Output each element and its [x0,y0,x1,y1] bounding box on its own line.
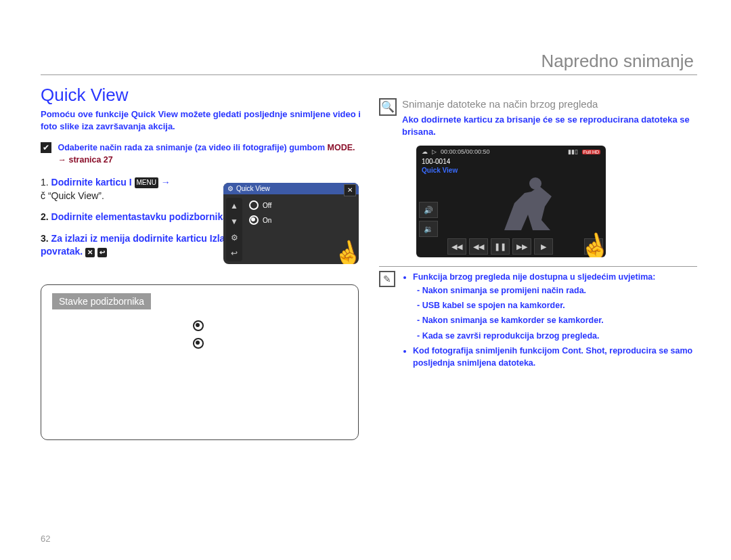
step-number: 3. [41,233,49,244]
next-button[interactable]: ▶▶ [512,238,531,255]
steps: 1. Dodirnite karticu I MENU → č “Quick V… [41,176,244,267]
mode-note-line1: Odaberite način rada za snimanje (za vid… [58,143,325,152]
note-trailing: Kod fotografija snimljenih funkcijom Con… [413,345,697,369]
header-rule [41,74,697,75]
step1-arrow: → [161,177,171,188]
touch-hand-icon: ☝ [330,236,359,264]
clip-counter: 100-0014 [416,158,606,165]
step-2: 2. Dodirnite elementastavku podizbornika… [41,211,244,224]
pause-button[interactable]: ❚❚ [491,238,510,255]
menu-keycap: MENU [135,177,158,188]
close-icon: ✕ [85,248,95,257]
step-1: 1. Dodirnite karticu I MENU → č “Quick V… [41,176,244,202]
radio-on-icon [193,320,204,331]
option-off[interactable]: Off [245,198,356,213]
preview-header: 🔍 Snimanje datoteke na način brzog pregl… [379,98,690,137]
page-number: 62 [41,534,50,544]
note-sub: Nakon snimanja se kamkorder se kamkorder… [417,314,697,326]
submenu-items-box: Stavke podizbornika [41,284,359,440]
subitem-row [52,334,347,351]
silhouette-graphic [477,166,579,234]
radio-on-icon [249,215,259,225]
submenu-illustration: ⚙ Quick View ✕ ▲ ▼ ⚙ ↩ Off On ☝ [223,183,359,264]
note-lead: Funkcija brzog pregleda nije dostupna u … [413,271,697,342]
rewind-button[interactable]: ◀◀ [447,238,466,255]
step2-text: Dodirnite elementastavku podizbornika. [51,211,231,222]
playback-illustration: ☁ ▷ 00:00:05/00:00:50 ▮▮▯ Full HD 100-00… [416,146,606,257]
submenu-titlebar: ⚙ Quick View [223,183,359,194]
option-on[interactable]: On [245,213,356,228]
touch-hand-icon: ☝ [576,230,606,257]
mode-note: ✔ Odaberite način rada za snimanje (za v… [41,142,372,166]
gear-icon: ⚙ [227,185,234,192]
playback-time: 00:00:05/00:00:50 [441,148,490,155]
preview-title: Snimanje datoteke na način brzog pregled… [402,98,690,110]
back-icon[interactable]: ↩ [231,249,238,258]
note-icon: ✎ [379,271,395,287]
submenu-title: Quick View [236,185,270,192]
manual-page: Napredno snimanje Quick View Pomoću ove … [0,0,731,560]
section-header: Napredno snimanje [541,51,694,72]
svg-point-0 [529,177,541,190]
magnifier-icon: 🔍 [379,98,397,116]
radio-on-icon [193,338,204,349]
cloud-icon: ☁ [422,148,428,155]
step3-text: Za izlazi iz menija dodirnite karticu Iz… [41,233,243,257]
note-box: ✎ Funkcija brzog pregleda nije dostupna … [379,271,697,372]
mode-label: MODE. [328,143,355,152]
back-icon: ↩ [97,248,107,257]
submenu-nav: ▲ ▼ ⚙ ↩ [226,198,242,261]
note-sub: USB kabel se spojen na kamkorder. [417,299,697,311]
step1-target: č “Quick View”. [41,190,104,201]
close-icon[interactable]: ✕ [344,184,356,196]
note-sub: Nakon snimanja se promijeni način rada. [417,284,697,297]
settings-icon[interactable]: ⚙ [231,233,238,242]
down-icon[interactable]: ▼ [230,217,238,226]
volume-up-button[interactable]: 🔊 [419,202,438,218]
step1-pre: Dodirnite karticu I [51,177,132,188]
play-button[interactable]: ▶ [534,238,553,255]
check-icon: ✔ [41,142,51,153]
battery-icon: ▮▮▯ [568,148,578,155]
page-title: Quick View [41,85,129,106]
separator [379,266,697,267]
radio-off-icon [249,200,259,210]
option-off-label: Off [263,202,271,209]
prev-button[interactable]: ◀◀ [469,238,488,255]
submenu-items-label: Stavke podizbornika [52,293,151,309]
option-on-label: On [263,217,271,224]
preview-desc: Ako dodirnete karticu za brisanje će se … [402,114,690,137]
page-ref: → stranica 27 [58,155,112,165]
step-number: 2. [41,211,49,222]
intro-text: Pomoću ove funkcije Quick View možete gl… [41,108,372,132]
play-indicator-icon: ▷ [432,148,437,155]
note-sub: Kada se završi reprodukcija brzog pregle… [417,330,697,342]
volume-down-button[interactable]: 🔉 [419,221,438,237]
up-icon[interactable]: ▲ [230,201,238,211]
subitem-row [52,316,347,334]
fullhd-badge: Full HD [582,150,600,154]
step-number: 1. [41,177,49,188]
step-3: 3. Za izlazi iz menija dodirnite karticu… [41,232,244,259]
